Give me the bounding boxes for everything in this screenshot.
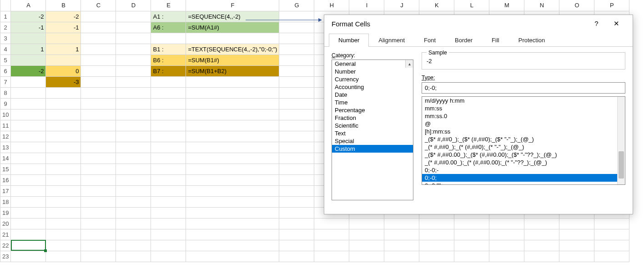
cell-A16[interactable] bbox=[11, 174, 46, 185]
cell-K23[interactable] bbox=[419, 251, 454, 262]
cell-E8[interactable] bbox=[151, 87, 186, 98]
format-listbox[interactable]: m/d/yyyy h:mmmm:ssmm:ss.0@[h]:mm:ss_($* … bbox=[422, 96, 625, 185]
cell-D9[interactable] bbox=[116, 98, 151, 109]
row-header-6[interactable]: 6 bbox=[0, 65, 11, 76]
cell-P23[interactable] bbox=[594, 251, 629, 262]
cell-A6[interactable]: -2 bbox=[11, 65, 46, 76]
category-item[interactable]: Percentage bbox=[332, 106, 413, 114]
cell-D4[interactable] bbox=[116, 44, 151, 55]
cell-D12[interactable] bbox=[116, 131, 151, 142]
cell-E11[interactable] bbox=[151, 120, 186, 131]
cell-D15[interactable] bbox=[116, 164, 151, 174]
row-header-23[interactable]: 23 bbox=[0, 251, 11, 262]
cell-E17[interactable] bbox=[151, 185, 186, 196]
category-item[interactable]: Text bbox=[332, 129, 413, 137]
cell-B23[interactable] bbox=[46, 251, 81, 262]
cell-J20[interactable] bbox=[384, 218, 419, 229]
col-header-P[interactable]: P bbox=[594, 0, 629, 11]
cell-A22[interactable] bbox=[11, 240, 46, 251]
cell-C10[interactable] bbox=[81, 109, 116, 120]
cell-D2[interactable] bbox=[116, 22, 151, 33]
cell-K20[interactable] bbox=[419, 218, 454, 229]
row-header-5[interactable]: 5 bbox=[0, 55, 11, 65]
cell-G13[interactable] bbox=[279, 142, 314, 153]
cell-C2[interactable] bbox=[81, 22, 116, 33]
cell-G2[interactable] bbox=[279, 22, 314, 33]
cell-C3[interactable] bbox=[81, 33, 116, 44]
cell-D16[interactable] bbox=[116, 174, 151, 185]
cell-D14[interactable] bbox=[116, 153, 151, 164]
cell-E7[interactable] bbox=[151, 76, 186, 87]
cell-I23[interactable] bbox=[349, 251, 384, 262]
cell-F19[interactable] bbox=[186, 207, 279, 218]
cell-F14[interactable] bbox=[186, 153, 279, 164]
close-button[interactable]: ✕ bbox=[607, 20, 625, 28]
cell-C12[interactable] bbox=[81, 131, 116, 142]
cell-G10[interactable] bbox=[279, 109, 314, 120]
cell-G18[interactable] bbox=[279, 196, 314, 207]
cell-G20[interactable] bbox=[279, 218, 314, 229]
tab-fill[interactable]: Fill bbox=[482, 34, 509, 47]
cell-E16[interactable] bbox=[151, 174, 186, 185]
cell-D18[interactable] bbox=[116, 196, 151, 207]
format-item[interactable]: @ bbox=[422, 120, 625, 128]
cell-L22[interactable] bbox=[454, 240, 489, 251]
cell-B5[interactable] bbox=[46, 55, 81, 65]
cell-F12[interactable] bbox=[186, 131, 279, 142]
cell-B3[interactable] bbox=[46, 33, 81, 44]
tab-font[interactable]: Font bbox=[414, 34, 445, 47]
cell-F20[interactable] bbox=[186, 218, 279, 229]
scroll-up-icon[interactable]: ▴ bbox=[405, 60, 413, 68]
cell-B21[interactable] bbox=[46, 229, 81, 240]
cell-G21[interactable] bbox=[279, 229, 314, 240]
cell-J21[interactable] bbox=[384, 229, 419, 240]
cell-E6[interactable]: B7 : bbox=[151, 65, 186, 76]
cell-A20[interactable] bbox=[11, 218, 46, 229]
cell-K21[interactable] bbox=[419, 229, 454, 240]
format-item[interactable]: _(* #,##0.00_);_(* (#,##0.00);_(* "-"??_… bbox=[422, 159, 625, 166]
row-header-12[interactable]: 12 bbox=[0, 131, 11, 142]
cell-C1[interactable] bbox=[81, 11, 116, 22]
cell-A23[interactable] bbox=[11, 251, 46, 262]
cell-F17[interactable] bbox=[186, 185, 279, 196]
cell-B14[interactable] bbox=[46, 153, 81, 164]
col-header-E[interactable]: E bbox=[151, 0, 186, 11]
row-header-1[interactable]: 1 bbox=[0, 11, 11, 22]
cell-D3[interactable] bbox=[116, 33, 151, 44]
col-header-F[interactable]: F bbox=[186, 0, 279, 11]
tab-protection[interactable]: Protection bbox=[509, 34, 555, 47]
cell-B2[interactable]: -1 bbox=[46, 22, 81, 33]
cell-D13[interactable] bbox=[116, 142, 151, 153]
cell-G15[interactable] bbox=[279, 164, 314, 174]
cell-G5[interactable] bbox=[279, 55, 314, 65]
cell-A7[interactable] bbox=[11, 76, 46, 87]
cell-E1[interactable]: A1 : bbox=[151, 11, 186, 22]
cell-F6[interactable]: =SUM(B1+B2) bbox=[186, 65, 279, 76]
col-header-O[interactable]: O bbox=[559, 0, 594, 11]
cell-G4[interactable] bbox=[279, 44, 314, 55]
cell-B7[interactable]: -3 bbox=[46, 76, 81, 87]
cell-F21[interactable] bbox=[186, 229, 279, 240]
cell-E14[interactable] bbox=[151, 153, 186, 164]
cell-C9[interactable] bbox=[81, 98, 116, 109]
cell-I22[interactable] bbox=[349, 240, 384, 251]
cell-M23[interactable] bbox=[489, 251, 524, 262]
cell-C14[interactable] bbox=[81, 153, 116, 164]
cell-H20[interactable] bbox=[314, 218, 349, 229]
cell-A19[interactable] bbox=[11, 207, 46, 218]
cell-A10[interactable] bbox=[11, 109, 46, 120]
cell-E13[interactable] bbox=[151, 142, 186, 153]
cell-C15[interactable] bbox=[81, 164, 116, 174]
cell-F23[interactable] bbox=[186, 251, 279, 262]
cell-B20[interactable] bbox=[46, 218, 81, 229]
cell-C8[interactable] bbox=[81, 87, 116, 98]
category-item[interactable]: Number bbox=[332, 68, 413, 75]
col-header-H[interactable]: H bbox=[314, 0, 349, 11]
format-item[interactable]: m/d/yyyy h:mm bbox=[422, 97, 625, 104]
row-header-22[interactable]: 22 bbox=[0, 240, 11, 251]
cell-A12[interactable] bbox=[11, 131, 46, 142]
category-item[interactable]: Accounting bbox=[332, 83, 413, 91]
col-header-G[interactable]: G bbox=[279, 0, 314, 11]
cell-C13[interactable] bbox=[81, 142, 116, 153]
row-header-7[interactable]: 7 bbox=[0, 76, 11, 87]
